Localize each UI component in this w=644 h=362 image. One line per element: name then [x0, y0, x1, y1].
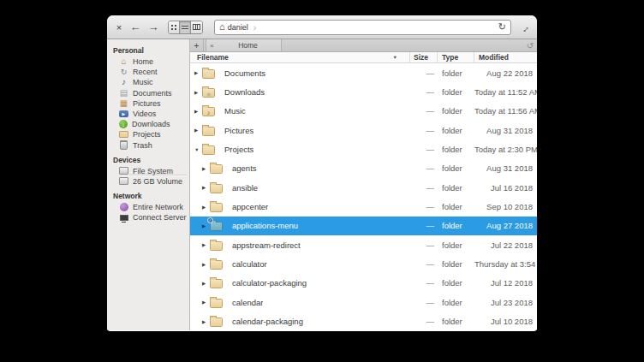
column-header-size[interactable]: Size	[410, 52, 438, 62]
tab-home[interactable]: × Home	[206, 39, 282, 51]
pictures-icon	[119, 98, 128, 108]
trash-icon	[119, 140, 128, 150]
table-row[interactable]: ▶ Pictures — folder Aug 31 2018	[190, 121, 537, 139]
filename-cell: calculator	[232, 259, 267, 269]
disclosure-triangle-icon[interactable]: ▶	[202, 166, 210, 171]
type-cell: folder	[438, 145, 474, 154]
disclosure-triangle-icon[interactable]: ▶	[194, 109, 202, 114]
sidebar-item-pictures[interactable]: Pictures	[107, 98, 189, 109]
table-row[interactable]: ▶ ✓ applications-menu — folder Aug 27 20…	[190, 217, 537, 235]
column-headers: Filename ▼ Size Type Modified	[190, 52, 537, 63]
filename-cell: Documents	[224, 68, 265, 78]
disclosure-triangle-icon[interactable]: ▶	[202, 300, 210, 305]
modified-cell: Sep 10 2018	[474, 202, 537, 211]
sidebar-item-label: Recent	[133, 68, 158, 76]
sidebar-item-entire-network[interactable]: Entire Network	[107, 202, 189, 212]
table-row[interactable]: ▶ agents — folder Aug 31 2018	[190, 159, 537, 178]
disk-icon	[119, 166, 128, 175]
sidebar-item-26-gb-volume[interactable]: 26 GB Volume	[107, 176, 189, 187]
tab-close-icon[interactable]: ×	[210, 42, 218, 50]
column-header-filename[interactable]: Filename ▼	[190, 52, 410, 62]
disclosure-triangle-icon[interactable]: ▶	[194, 128, 202, 133]
size-cell: —	[410, 240, 438, 250]
filename-cell: calculator-packaging	[232, 278, 307, 288]
filename-cell: applications-menu	[232, 221, 298, 230]
disclosure-triangle-icon[interactable]: ▶	[202, 223, 210, 228]
size-cell: —	[410, 278, 438, 288]
table-row[interactable]: ▶ calendar — folder Jul 23 2018	[190, 293, 537, 312]
down-emblem-icon	[206, 89, 211, 98]
note-emblem-icon	[207, 108, 211, 116]
sidebar-item-trash[interactable]: Trash	[107, 140, 189, 151]
list-view-button[interactable]	[180, 21, 191, 33]
modified-cell: Jul 16 2018	[474, 183, 537, 193]
disclosure-triangle-icon[interactable]: ▶	[194, 70, 202, 75]
sidebar-item-projects[interactable]: Projects	[107, 129, 189, 139]
disclosure-triangle-icon[interactable]: ▶	[202, 281, 210, 286]
folder-mini-icon	[119, 131, 128, 138]
filename-cell: agents	[232, 163, 257, 173]
new-tab-button[interactable]: +	[190, 39, 204, 51]
window-close-button[interactable]: ×	[114, 22, 124, 33]
size-cell: —	[410, 145, 438, 154]
folder-icon	[202, 107, 215, 116]
size-cell: —	[410, 183, 438, 193]
table-row[interactable]: ▶ calculator — folder Thursday at 3:54 P…	[190, 254, 537, 273]
folder-icon	[210, 260, 223, 270]
modified-cell: Today at 2:30 PM	[474, 145, 537, 154]
disclosure-triangle-icon[interactable]: ▼	[194, 147, 202, 152]
type-cell: folder	[438, 298, 474, 307]
forward-button[interactable]: →	[146, 21, 160, 33]
table-row[interactable]: ▶ appstream-redirect — folder Jul 22 201…	[190, 235, 537, 254]
home-breadcrumb-icon[interactable]: ⌂	[219, 22, 225, 32]
table-row[interactable]: ▶ appcenter — folder Sep 10 2018	[190, 197, 537, 216]
sidebar-item-home[interactable]: Home	[107, 56, 189, 67]
file-list: ▶ Documents — folder Aug 22 2018 ▶ Downl…	[190, 63, 537, 330]
folder-icon	[210, 164, 223, 174]
sidebar-section-header: Personal	[107, 45, 189, 56]
table-row[interactable]: ▶ Documents — folder Aug 22 2018	[190, 63, 537, 82]
disclosure-triangle-icon[interactable]: ▶	[202, 185, 210, 190]
back-button[interactable]: ←	[128, 21, 142, 33]
disclosure-triangle-icon[interactable]: ▶	[202, 205, 210, 210]
sidebar-item-music[interactable]: Music	[107, 77, 189, 87]
column-header-type[interactable]: Type	[438, 52, 474, 62]
breadcrumb-separator-icon: ›	[253, 22, 257, 33]
sidebar-item-videos[interactable]: Videos	[107, 109, 189, 119]
breadcrumb[interactable]: daniel	[228, 23, 248, 32]
sidebar-item-label: File System	[133, 167, 173, 175]
resize-button[interactable]: ↔	[518, 20, 530, 35]
videos-icon	[119, 110, 128, 117]
disclosure-triangle-icon[interactable]: ▶	[202, 319, 210, 324]
path-bar[interactable]: ⌂ daniel › ↻	[214, 20, 511, 35]
sidebar-item-recent[interactable]: Recent	[107, 67, 189, 77]
tab-history-icon[interactable]: ↺	[523, 39, 537, 51]
table-row[interactable]: ▶ Downloads — folder Today at 11:52 AM	[190, 82, 537, 101]
sidebar-item-downloads[interactable]: Downloads	[107, 119, 189, 129]
disclosure-triangle-icon[interactable]: ▶	[202, 262, 210, 267]
refresh-icon[interactable]: ↻	[498, 21, 506, 33]
table-row[interactable]: ▶ Music — folder Today at 11:56 AM	[190, 102, 537, 121]
sync-badge-icon: ✓	[207, 217, 213, 223]
table-row[interactable]: ▶ calendar-packaging — folder Jul 10 201…	[190, 312, 537, 330]
disclosure-triangle-icon[interactable]: ▶	[194, 90, 202, 95]
column-view-button[interactable]	[191, 21, 202, 33]
disclosure-triangle-icon[interactable]: ▶	[202, 242, 210, 247]
column-header-modified[interactable]: Modified	[474, 52, 537, 62]
type-cell: folder	[438, 126, 474, 135]
sidebar-item-label: Projects	[133, 130, 161, 139]
modified-cell: Aug 22 2018	[474, 68, 537, 78]
sidebar-item-file-system[interactable]: File System	[107, 166, 189, 176]
sidebar-item-connect-server[interactable]: Connect Server	[107, 212, 189, 223]
table-row[interactable]: ▶ ansible — folder Jul 16 2018	[190, 178, 537, 197]
toolbar: × ← → ⌂ daniel › ↻ ↔	[107, 15, 537, 39]
type-cell: folder	[438, 259, 474, 269]
size-cell: —	[410, 317, 438, 326]
downloads-icon	[119, 120, 128, 128]
table-row[interactable]: ▼ Projects — folder Today at 2:30 PM	[190, 139, 537, 158]
type-cell: folder	[438, 87, 474, 97]
table-row[interactable]: ▶ calculator-packaging — folder Jul 12 2…	[190, 274, 537, 293]
grid-view-button[interactable]	[169, 21, 180, 33]
sidebar-item-documents[interactable]: Documents	[107, 88, 189, 98]
size-cell: —	[410, 259, 438, 269]
